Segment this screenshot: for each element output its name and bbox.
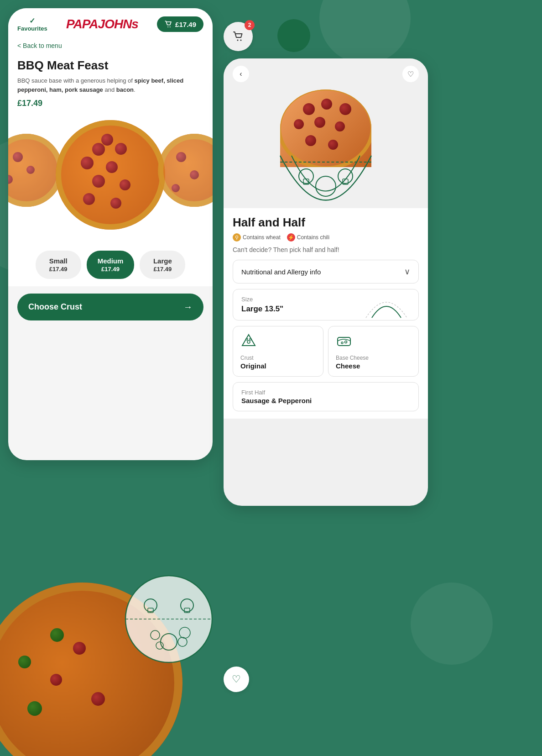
allergen-wheat: ⚲ Contains wheat: [233, 233, 281, 242]
topping-r: [321, 99, 332, 110]
topping: [190, 170, 199, 179]
svg-point-8: [316, 176, 336, 196]
bg-decor-3: [411, 583, 493, 665]
right-back-button[interactable]: ‹: [233, 66, 249, 82]
allergen-row: ⚲ Contains wheat ⚡ Contains chili: [233, 233, 419, 242]
topping: [81, 157, 94, 169]
svg-point-2: [167, 26, 168, 27]
size-medium-name: Medium: [98, 257, 124, 265]
back-to-menu[interactable]: < Back to menu: [8, 37, 213, 54]
svg-point-0: [237, 40, 239, 41]
size-large[interactable]: Large £17.49: [140, 251, 185, 279]
topping: [13, 152, 23, 162]
back-link-text: < Back to menu: [17, 42, 62, 49]
cart-header-icon: [164, 20, 172, 28]
right-header: ‹ ♡: [224, 58, 428, 89]
size-large-name: Large: [153, 257, 172, 265]
size-medium[interactable]: Medium £17.49: [87, 251, 135, 279]
size-large-price: £17.49: [153, 266, 172, 273]
heart-icon-floating: ♡: [232, 673, 241, 685]
right-product-content: Half and Half ⚲ Contains wheat ⚡ Contain…: [224, 208, 428, 419]
cart-icon: [232, 30, 245, 43]
topping-r: [339, 103, 351, 115]
topping: [110, 198, 121, 209]
right-favourite-button[interactable]: ♡: [402, 66, 419, 82]
right-phone: ‹ ♡: [224, 58, 428, 506]
topping: [101, 134, 113, 146]
topping-r: [328, 140, 338, 150]
crust-card[interactable]: Crust Original: [233, 326, 323, 377]
size-info-card[interactable]: Size Large 13.5": [233, 289, 419, 320]
favourites-label: Favourites: [17, 25, 47, 32]
heart-bubble-floating[interactable]: ♡: [224, 667, 249, 692]
svg-point-9: [247, 341, 250, 343]
allergen-wheat-label: Contains wheat: [243, 234, 281, 241]
desc-pre: BBQ sauce base with a generous helping o…: [17, 77, 135, 84]
size-medium-price: £17.49: [101, 266, 120, 273]
size-small-name: Small: [49, 257, 68, 265]
size-selector: Small £17.49 Medium £17.49 Large £17.49: [8, 243, 213, 286]
first-half-label: First Half: [241, 389, 312, 396]
desc-period: .: [134, 86, 136, 93]
right-heart-icon: ♡: [407, 70, 414, 79]
first-half-value: Sausage & Pepperoni: [241, 397, 312, 404]
chili-icon: ⚡: [287, 233, 295, 242]
cheese-card-label: Base Cheese: [336, 355, 411, 361]
size-semicircle-illustration: [364, 291, 409, 319]
chevron-down-icon: ∨: [404, 267, 410, 277]
favourites-button[interactable]: ✓ Favourites: [17, 16, 47, 32]
svg-point-3: [170, 26, 171, 27]
topping-r: [305, 135, 316, 146]
topping-r: [335, 121, 345, 131]
pizza-outline-illustration: [123, 573, 214, 665]
svg-point-10: [246, 338, 248, 340]
customization-row: Crust Original Base Cheese Cheese: [233, 326, 419, 377]
size-small-price: £17.49: [49, 266, 68, 273]
svg-point-1: [240, 40, 242, 41]
svg-point-4: [299, 169, 313, 184]
topping: [176, 152, 186, 162]
cheese-card-value: Cheese: [336, 362, 411, 370]
pizza-main: [56, 120, 165, 230]
crust-card-value: Original: [240, 362, 316, 370]
desc-end-bold: bacon: [116, 86, 134, 93]
svg-point-11: [250, 338, 251, 340]
cheese-icon: [336, 333, 352, 349]
size-small[interactable]: Small £17.49: [36, 251, 81, 279]
right-product-title: Half and Half: [233, 215, 419, 230]
product-title: BBQ Meat Feast: [17, 58, 203, 73]
topping: [92, 143, 105, 156]
topping: [92, 175, 105, 188]
choose-crust-button[interactable]: Choose Crust →: [17, 294, 203, 320]
wheat-icon: ⚲: [233, 233, 241, 242]
pizza-half-illustration: [278, 153, 374, 206]
topping: [120, 179, 130, 190]
bg-decor-1: [319, 0, 411, 64]
arrow-icon: →: [183, 302, 193, 312]
allergen-chili: ⚡ Contains chili: [287, 233, 329, 242]
papajohns-logo: PAPAJOHNs: [66, 17, 138, 31]
nutritional-accordion[interactable]: Nutritional and Allergy info ∨: [233, 260, 419, 284]
svg-point-14: [345, 341, 347, 343]
desc-and: and: [103, 86, 116, 93]
topping-r: [294, 119, 304, 129]
crust-ring-right: [158, 134, 213, 207]
back-chevron: ‹: [240, 70, 242, 78]
pizza-left-partial: [8, 134, 63, 207]
header-cart-button[interactable]: £17.49: [157, 16, 203, 32]
product-price: £17.49: [17, 99, 203, 108]
left-phone: ✓ Favourites PAPAJOHNs £17.49 < Back to …: [8, 8, 213, 460]
topping-r: [314, 117, 325, 128]
topping: [83, 193, 95, 205]
check-icon: ✓: [29, 16, 35, 25]
topping: [106, 161, 118, 173]
topping: [115, 143, 127, 155]
first-half-card[interactable]: First Half Sausage & Pepperoni: [233, 382, 419, 411]
cheese-card[interactable]: Base Cheese Cheese: [328, 326, 419, 377]
crust-ring-left: [8, 134, 63, 207]
pizza-right-partial: [158, 134, 213, 207]
topping: [172, 184, 180, 192]
svg-point-13: [341, 342, 343, 344]
nutritional-label: Nutritional and Allergy info: [241, 268, 321, 276]
allergen-chili-label: Contains chili: [297, 234, 329, 241]
